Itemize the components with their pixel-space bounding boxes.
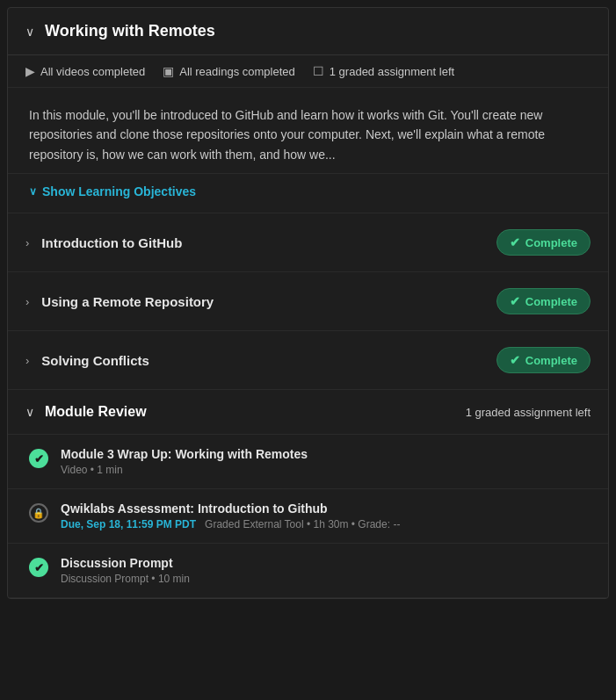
- check-circle-2: ✔: [29, 558, 48, 577]
- module-header[interactable]: ∨ Working with Remotes: [8, 8, 608, 55]
- module-description-text: In this module, you'll be introduced to …: [29, 108, 545, 162]
- videos-stat-label: All videos completed: [40, 65, 145, 78]
- review-item-content-0: Module 3 Wrap Up: Working with Remotes V…: [61, 447, 591, 476]
- lesson-item-0[interactable]: › Introduction to GitHub ✔ Complete: [8, 213, 608, 272]
- show-objectives-label: Show Learning Objectives: [42, 184, 196, 198]
- module-review-title: Module Review: [45, 404, 147, 420]
- complete-label-1: Complete: [525, 295, 577, 308]
- module-review-left: ∨ Module Review: [25, 404, 147, 420]
- module-container: ∨ Working with Remotes ▶ All videos comp…: [7, 7, 609, 599]
- lesson-chevron-1: ›: [25, 295, 29, 308]
- review-item-2[interactable]: ✔ Discussion Prompt Discussion Prompt • …: [8, 544, 608, 598]
- lesson-item-1[interactable]: › Using a Remote Repository ✔ Complete: [8, 272, 608, 331]
- module-review-header[interactable]: ∨ Module Review 1 graded assignment left: [8, 390, 608, 435]
- lesson-chevron-0: ›: [25, 236, 29, 249]
- graded-tool-info: Graded External Tool • 1h 30m • Grade: -…: [205, 518, 400, 530]
- complete-badge-2: ✔ Complete: [496, 347, 591, 373]
- readings-stat-label: All readings completed: [179, 65, 295, 78]
- review-item-meta-1: Due, Sep 18, 11:59 PM PDT Graded Externa…: [61, 518, 591, 530]
- assignments-stat: ☐ 1 graded assignment left: [313, 64, 454, 78]
- complete-check-icon-0: ✔: [510, 235, 520, 249]
- readings-stat: ▣ All readings completed: [163, 64, 295, 78]
- review-item-icon-2: ✔: [29, 558, 48, 577]
- review-item-1[interactable]: 🔒 Qwiklabs Assessment: Introduction to G…: [8, 489, 608, 544]
- module-stats-bar: ▶ All videos completed ▣ All readings co…: [8, 55, 608, 88]
- review-item-content-1: Qwiklabs Assessment: Introduction to Git…: [61, 502, 591, 530]
- complete-badge-1: ✔ Complete: [496, 288, 591, 314]
- readings-icon: ▣: [163, 64, 174, 78]
- review-item-0[interactable]: ✔ Module 3 Wrap Up: Working with Remotes…: [8, 435, 608, 489]
- review-item-icon-0: ✔: [29, 449, 48, 468]
- module-collapse-chevron[interactable]: ∨: [25, 25, 34, 39]
- complete-label-2: Complete: [525, 354, 577, 367]
- review-item-meta-2: Discussion Prompt • 10 min: [61, 573, 591, 585]
- assignment-icon: ☐: [313, 64, 324, 78]
- module-description: In this module, you'll be introduced to …: [8, 88, 608, 174]
- module-title: Working with Remotes: [45, 22, 215, 40]
- videos-stat: ▶ All videos completed: [25, 64, 145, 78]
- lesson-chevron-2: ›: [25, 354, 29, 367]
- check-circle-0: ✔: [29, 449, 48, 468]
- review-item-content-2: Discussion Prompt Discussion Prompt • 10…: [61, 556, 591, 585]
- complete-check-icon-2: ✔: [510, 353, 520, 367]
- lesson-title-0: Introduction to GitHub: [41, 235, 483, 250]
- due-date: Due, Sep 18, 11:59 PM PDT: [61, 518, 196, 530]
- review-item-title-1: Qwiklabs Assessment: Introduction to Git…: [61, 502, 591, 516]
- video-icon: ▶: [25, 64, 35, 78]
- review-item-meta2-1: [199, 518, 201, 530]
- objectives-chevron-icon: ∨: [29, 185, 37, 198]
- complete-label-0: Complete: [525, 236, 577, 249]
- assignments-stat-label: 1 graded assignment left: [330, 65, 454, 78]
- review-item-icon-1: 🔒: [29, 503, 48, 523]
- review-chevron-icon: ∨: [25, 405, 34, 419]
- review-item-title-0: Module 3 Wrap Up: Working with Remotes: [61, 447, 591, 461]
- lesson-item-2[interactable]: › Solving Conflicts ✔ Complete: [8, 331, 608, 390]
- lesson-title-1: Using a Remote Repository: [41, 294, 483, 309]
- complete-badge-0: ✔ Complete: [496, 229, 591, 256]
- complete-check-icon-1: ✔: [510, 294, 520, 308]
- lock-circle-1: 🔒: [29, 503, 48, 523]
- lesson-title-2: Solving Conflicts: [41, 353, 483, 368]
- review-item-meta-0: Video • 1 min: [61, 464, 591, 476]
- review-graded-left: 1 graded assignment left: [466, 406, 591, 419]
- show-objectives-button[interactable]: ∨ Show Learning Objectives: [8, 174, 608, 213]
- review-item-title-2: Discussion Prompt: [61, 556, 591, 570]
